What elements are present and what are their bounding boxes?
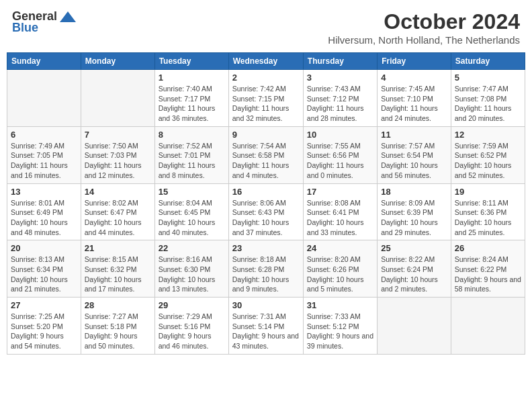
day-number: 24 [307, 243, 373, 253]
logo: General Blue [12, 9, 77, 35]
day-number: 13 [11, 187, 77, 197]
day-number: 23 [232, 243, 300, 253]
calendar-cell: 27Sunrise: 7:25 AMSunset: 5:20 PMDayligh… [7, 298, 81, 355]
calendar-cell: 25Sunrise: 8:22 AMSunset: 6:24 PMDayligh… [378, 240, 451, 298]
header-friday: Friday [378, 53, 451, 70]
day-info: Sunrise: 8:22 AMSunset: 6:24 PMDaylight:… [381, 255, 447, 294]
day-number: 26 [455, 243, 521, 253]
day-number: 9 [232, 130, 300, 140]
day-info: Sunrise: 7:31 AMSunset: 5:14 PMDaylight:… [232, 312, 300, 351]
calendar-cell: 30Sunrise: 7:31 AMSunset: 5:14 PMDayligh… [228, 298, 303, 355]
day-info: Sunrise: 8:20 AMSunset: 6:26 PMDaylight:… [307, 255, 373, 294]
calendar-cell: 3Sunrise: 7:43 AMSunset: 7:12 PMDaylight… [303, 70, 377, 127]
calendar-cell: 15Sunrise: 8:04 AMSunset: 6:45 PMDayligh… [154, 183, 228, 240]
day-number: 12 [455, 130, 521, 140]
day-info: Sunrise: 7:29 AMSunset: 5:16 PMDaylight:… [159, 312, 225, 351]
calendar-cell: 24Sunrise: 8:20 AMSunset: 6:26 PMDayligh… [303, 240, 377, 298]
page-header: General Blue October 2024 Hilversum, Nor… [7, 7, 525, 48]
calendar-cell: 18Sunrise: 8:09 AMSunset: 6:39 PMDayligh… [378, 183, 451, 240]
calendar-cell: 5Sunrise: 7:47 AMSunset: 7:08 PMDaylight… [451, 70, 525, 127]
calendar-cell: 11Sunrise: 7:57 AMSunset: 6:54 PMDayligh… [378, 126, 451, 183]
calendar-cell: 22Sunrise: 8:16 AMSunset: 6:30 PMDayligh… [154, 240, 228, 298]
calendar-cell: 4Sunrise: 7:45 AMSunset: 7:10 PMDaylight… [378, 70, 451, 127]
calendar-week-row: 20Sunrise: 8:13 AMSunset: 6:34 PMDayligh… [7, 240, 525, 298]
day-number: 8 [159, 130, 225, 140]
day-number: 25 [381, 243, 447, 253]
logo-blue: Blue [12, 21, 38, 35]
day-info: Sunrise: 8:11 AMSunset: 6:36 PMDaylight:… [455, 198, 521, 238]
day-info: Sunrise: 8:24 AMSunset: 6:22 PMDaylight:… [455, 255, 521, 294]
day-number: 4 [381, 73, 447, 83]
day-number: 21 [85, 243, 151, 253]
calendar-cell: 12Sunrise: 7:59 AMSunset: 6:52 PMDayligh… [451, 126, 525, 183]
month-title: October 2024 [328, 9, 520, 34]
day-info: Sunrise: 7:57 AMSunset: 6:54 PMDaylight:… [381, 141, 447, 181]
calendar-cell: 6Sunrise: 7:49 AMSunset: 7:05 PMDaylight… [7, 126, 81, 183]
header-tuesday: Tuesday [154, 53, 228, 70]
calendar-cell: 1Sunrise: 7:40 AMSunset: 7:17 PMDaylight… [154, 70, 228, 127]
day-number: 17 [307, 187, 373, 197]
header-thursday: Thursday [303, 53, 377, 70]
day-info: Sunrise: 7:49 AMSunset: 7:05 PMDaylight:… [11, 141, 77, 181]
calendar-cell: 10Sunrise: 7:55 AMSunset: 6:56 PMDayligh… [303, 126, 377, 183]
calendar-week-row: 6Sunrise: 7:49 AMSunset: 7:05 PMDaylight… [7, 126, 525, 183]
day-info: Sunrise: 8:15 AMSunset: 6:32 PMDaylight:… [85, 255, 151, 294]
day-number: 30 [232, 300, 300, 310]
calendar-cell [378, 298, 451, 355]
day-info: Sunrise: 8:13 AMSunset: 6:34 PMDaylight:… [11, 255, 77, 294]
day-info: Sunrise: 8:04 AMSunset: 6:45 PMDaylight:… [159, 198, 225, 238]
calendar-cell: 23Sunrise: 8:18 AMSunset: 6:28 PMDayligh… [228, 240, 303, 298]
day-number: 28 [85, 300, 151, 310]
day-number: 19 [455, 187, 521, 197]
day-info: Sunrise: 8:16 AMSunset: 6:30 PMDaylight:… [159, 255, 225, 294]
day-info: Sunrise: 7:27 AMSunset: 5:18 PMDaylight:… [85, 312, 151, 351]
calendar-cell: 8Sunrise: 7:52 AMSunset: 7:01 PMDaylight… [154, 126, 228, 183]
calendar-cell: 29Sunrise: 7:29 AMSunset: 5:16 PMDayligh… [154, 298, 228, 355]
day-number: 20 [11, 243, 77, 253]
calendar-cell: 9Sunrise: 7:54 AMSunset: 6:58 PMDaylight… [228, 126, 303, 183]
day-info: Sunrise: 7:47 AMSunset: 7:08 PMDaylight:… [455, 84, 521, 124]
day-number: 22 [159, 243, 225, 253]
day-number: 1 [159, 73, 225, 83]
day-info: Sunrise: 7:54 AMSunset: 6:58 PMDaylight:… [232, 141, 300, 181]
header-wednesday: Wednesday [228, 53, 303, 70]
calendar-cell [81, 70, 154, 127]
day-number: 27 [11, 300, 77, 310]
logo-icon [58, 10, 77, 24]
header-saturday: Saturday [451, 53, 525, 70]
day-info: Sunrise: 7:59 AMSunset: 6:52 PMDaylight:… [455, 141, 521, 181]
calendar-cell: 31Sunrise: 7:33 AMSunset: 5:12 PMDayligh… [303, 298, 377, 355]
day-number: 16 [232, 187, 300, 197]
svg-marker-0 [60, 11, 76, 22]
day-info: Sunrise: 7:52 AMSunset: 7:01 PMDaylight:… [159, 141, 225, 181]
calendar-cell: 7Sunrise: 7:50 AMSunset: 7:03 PMDaylight… [81, 126, 154, 183]
day-info: Sunrise: 7:45 AMSunset: 7:10 PMDaylight:… [381, 84, 447, 124]
calendar-cell [7, 70, 81, 127]
day-number: 11 [381, 130, 447, 140]
day-info: Sunrise: 7:42 AMSunset: 7:15 PMDaylight:… [232, 84, 300, 124]
calendar-cell: 2Sunrise: 7:42 AMSunset: 7:15 PMDaylight… [228, 70, 303, 127]
day-number: 29 [159, 300, 225, 310]
calendar-table: SundayMondayTuesdayWednesdayThursdayFrid… [7, 52, 525, 355]
day-number: 15 [159, 187, 225, 197]
day-number: 5 [455, 73, 521, 83]
day-info: Sunrise: 7:55 AMSunset: 6:56 PMDaylight:… [307, 141, 373, 181]
day-number: 6 [11, 130, 77, 140]
location-title: Hilversum, North Holland, The Netherland… [328, 34, 520, 46]
calendar-cell: 28Sunrise: 7:27 AMSunset: 5:18 PMDayligh… [81, 298, 154, 355]
day-number: 3 [307, 73, 373, 83]
calendar-cell: 19Sunrise: 8:11 AMSunset: 6:36 PMDayligh… [451, 183, 525, 240]
day-info: Sunrise: 8:18 AMSunset: 6:28 PMDaylight:… [232, 255, 300, 294]
calendar-week-row: 27Sunrise: 7:25 AMSunset: 5:20 PMDayligh… [7, 298, 525, 355]
calendar-week-row: 13Sunrise: 8:01 AMSunset: 6:49 PMDayligh… [7, 183, 525, 240]
header-sunday: Sunday [7, 53, 81, 70]
day-info: Sunrise: 8:09 AMSunset: 6:39 PMDaylight:… [381, 198, 447, 238]
calendar-cell [451, 298, 525, 355]
calendar-cell: 13Sunrise: 8:01 AMSunset: 6:49 PMDayligh… [7, 183, 81, 240]
calendar-cell: 14Sunrise: 8:02 AMSunset: 6:47 PMDayligh… [81, 183, 154, 240]
day-number: 14 [85, 187, 151, 197]
day-number: 2 [232, 73, 300, 83]
day-info: Sunrise: 7:25 AMSunset: 5:20 PMDaylight:… [11, 312, 77, 351]
day-info: Sunrise: 7:33 AMSunset: 5:12 PMDaylight:… [307, 312, 373, 351]
calendar-cell: 26Sunrise: 8:24 AMSunset: 6:22 PMDayligh… [451, 240, 525, 298]
